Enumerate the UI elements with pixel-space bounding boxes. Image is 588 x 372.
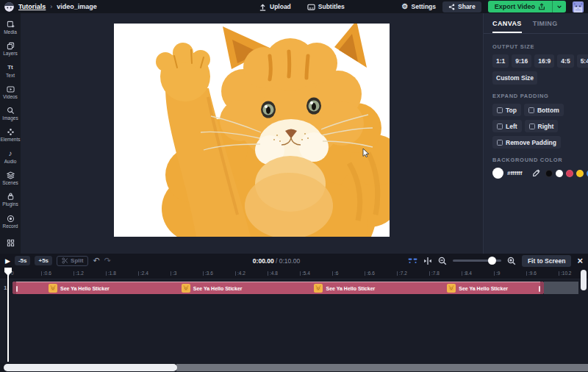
music-note-icon: ♪ [9, 150, 12, 158]
clip-trim-handle-left[interactable] [16, 286, 18, 292]
padding-left-checkbox[interactable]: Left [492, 120, 522, 132]
tab-canvas[interactable]: CANVAS [492, 20, 522, 33]
mouse-cursor-icon [362, 149, 370, 158]
checkbox-icon [529, 124, 535, 129]
time-separator: / [274, 257, 279, 265]
fit-to-screen-button[interactable]: Fit to Screen [522, 255, 571, 267]
clip-trim-handle-right[interactable] [539, 286, 540, 292]
media-icon [7, 21, 15, 29]
clip-label: See Ya Hello Sticker [193, 286, 243, 291]
timeline-horizontal-scrollbar [0, 363, 588, 372]
total-time: 0:10.00 [279, 257, 300, 265]
redo-button[interactable]: ↷ [104, 257, 111, 265]
current-color-swatch[interactable] [492, 168, 503, 179]
user-avatar[interactable] [573, 1, 584, 12]
clip-segment: See Ya Hello Sticker [146, 282, 279, 294]
timeline-zoom-slider[interactable] [453, 260, 501, 262]
padding-top-checkbox[interactable]: Top [492, 104, 521, 116]
close-timeline-icon[interactable]: × [577, 256, 583, 265]
sidebar-item-plugins[interactable]: Plugins [0, 189, 21, 210]
panel-tabs: CANVAS TIMING [484, 13, 588, 34]
play-button[interactable]: ▶ [5, 257, 10, 265]
zoom-out-icon[interactable] [438, 257, 447, 265]
ratio-9-16-button[interactable]: 9:16 [512, 54, 531, 68]
ruler-tick: :5.4 [300, 271, 332, 276]
settings-button[interactable]: ⚙ Settings [402, 3, 437, 10]
sidebar-item-audio[interactable]: ♪ Audio [0, 146, 21, 168]
ratio-5-4-button[interactable]: 5:4 [577, 54, 588, 68]
scrollbar-thumb[interactable] [4, 364, 177, 371]
sidebar-item-layers[interactable]: Layers [0, 38, 21, 60]
swatch-white[interactable] [556, 170, 563, 177]
scrollbar-track[interactable] [176, 364, 588, 371]
ruler-tick: :6 [332, 271, 365, 276]
timeline-toolbar: ▶ -5s +5s Split ↶ ↷ 0:00.00 / 0:10.00 Fi… [0, 254, 588, 268]
zoom-slider-knob[interactable] [488, 257, 496, 265]
sidebar-item-apps[interactable] [0, 232, 21, 254]
sidebar-label: Audio [4, 159, 17, 164]
remove-padding-checkbox[interactable]: Remove Padding [492, 136, 561, 149]
scissors-icon [62, 257, 68, 264]
custom-size-button[interactable]: Custom Size [492, 71, 537, 85]
swatch-red[interactable] [566, 170, 573, 177]
sidebar-item-images[interactable]: Images [0, 103, 21, 124]
undo-button[interactable]: ↶ [93, 257, 99, 265]
ratio-16-9-button[interactable]: 16:9 [534, 54, 554, 68]
app-logo-icon[interactable] [4, 2, 14, 12]
padding-left-label: Left [506, 123, 517, 130]
ratio-1-1-button[interactable]: 1:1 [492, 54, 509, 68]
video-editor: Tutorials › video_image Upload Subtitles… [0, 0, 588, 372]
subtitles-label: Subtitles [318, 3, 345, 10]
breadcrumb-project-link[interactable]: Tutorials [18, 3, 46, 10]
sidebar-item-media[interactable]: Media [0, 17, 21, 38]
ruler-tick: :8.4 [462, 271, 494, 276]
sidebar-label: Layers [3, 51, 18, 56]
sidebar-item-videos[interactable]: Videos [0, 82, 21, 103]
sidebar-item-record[interactable]: Record [0, 210, 21, 232]
share-button[interactable]: Share [442, 1, 481, 12]
split-button[interactable]: Split [57, 256, 88, 266]
video-canvas[interactable] [114, 24, 390, 237]
eyedropper-button[interactable] [532, 169, 540, 177]
export-label: Export Video [495, 3, 535, 10]
ruler-tick: 0 [9, 271, 41, 276]
timeline-ruler[interactable]: 0 :0.6 :1.2 :1.8 :2.4 :3 :3.6 :4.2 :4.8 … [0, 268, 588, 279]
settings-panel: CANVAS TIMING OUTPUT SIZE 1:1 9:16 16:9 … [483, 13, 588, 254]
main-area: Media Layers Tt Text Videos Images Eleme… [0, 13, 588, 254]
padding-right-checkbox[interactable]: Right [525, 120, 559, 132]
search-images-icon [7, 107, 15, 115]
skip-back-button[interactable]: -5s [15, 256, 31, 265]
timeline-vertical-scrollbar[interactable] [581, 270, 587, 290]
track-row-number: 1 [4, 285, 7, 291]
marker-snap-icon[interactable] [408, 257, 417, 265]
padding-bottom-checkbox[interactable]: Bottom [524, 104, 564, 116]
sticker-thumbnail-icon [49, 284, 57, 293]
swatch-black[interactable] [545, 170, 553, 177]
swatch-yellow[interactable] [576, 170, 584, 177]
sidebar-item-scenes[interactable]: Scenes [0, 168, 21, 189]
sticker-clip[interactable]: See Ya Hello Sticker See Ya Hello Sticke… [12, 282, 544, 294]
sticker-thumbnail-icon [314, 284, 323, 293]
topbar-center-actions: Upload Subtitles [259, 3, 345, 11]
ruler-tick: :1.8 [106, 271, 138, 276]
export-options-button[interactable] [552, 1, 566, 12]
ratio-4-5-button[interactable]: 4:5 [557, 54, 573, 68]
export-video-button[interactable]: Export Video [488, 1, 552, 12]
export-icon [538, 3, 545, 10]
split-playhead-icon[interactable] [423, 257, 432, 265]
ruler-tick: :0.6 [41, 271, 74, 276]
timeline: ▶ -5s +5s Split ↶ ↷ 0:00.00 / 0:10.00 Fi… [0, 254, 588, 372]
topbar-right-actions: ⚙ Settings Share Export Video [402, 1, 584, 12]
color-hex-value: #ffffff [507, 170, 522, 176]
sidebar-item-elements[interactable]: Elements [0, 124, 21, 146]
checkbox-icon [497, 124, 503, 129]
tab-timing[interactable]: TIMING [533, 20, 558, 33]
subtitles-button[interactable]: Subtitles [307, 3, 345, 11]
playhead-line[interactable] [7, 274, 9, 362]
upload-button[interactable]: Upload [259, 3, 291, 11]
zoom-in-icon[interactable] [507, 257, 516, 265]
ruler-tick: :1.2 [74, 271, 106, 276]
skip-forward-button[interactable]: +5s [35, 256, 52, 265]
sidebar-item-text[interactable]: Tt Text [0, 60, 21, 82]
gear-icon: ⚙ [402, 3, 409, 10]
